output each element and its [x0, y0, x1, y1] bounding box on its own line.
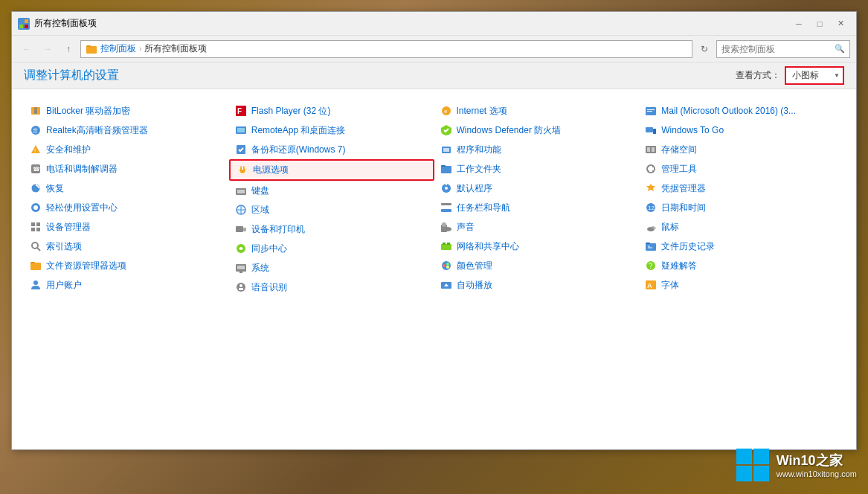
maximize-button[interactable]: □: [810, 16, 829, 31]
svg-rect-47: [239, 288, 243, 290]
list-item[interactable]: 同步中心: [229, 239, 434, 258]
item-icon: [440, 221, 452, 233]
item-label: 存储空间: [661, 144, 697, 156]
svg-point-60: [442, 222, 446, 227]
refresh-button[interactable]: ↻: [695, 40, 713, 58]
list-item[interactable]: 鼠标: [639, 217, 844, 237]
page-title: 调整计算机的设置: [24, 68, 119, 83]
item-label: 备份和还原(Windows 7): [251, 144, 346, 156]
svg-point-22: [32, 243, 38, 248]
search-input[interactable]: [721, 44, 835, 54]
up-button[interactable]: ↑: [60, 40, 77, 58]
list-item[interactable]: e Internet 选项: [434, 101, 640, 121]
svg-text:☎: ☎: [33, 166, 40, 173]
svg-point-26: [33, 280, 38, 285]
item-label: 文件历史记录: [661, 240, 715, 253]
list-item[interactable]: 轻松使用设置中心: [24, 198, 229, 217]
list-item[interactable]: ☎ 电话和调制解调器: [24, 159, 229, 179]
view-dropdown[interactable]: 小图标 ▼: [785, 66, 844, 85]
svg-rect-73: [646, 127, 653, 132]
list-item[interactable]: 12 日期和时间: [639, 198, 844, 217]
list-item[interactable]: 文件资源管理器选项: [24, 256, 229, 275]
list-item[interactable]: RemoteApp 和桌面连接: [229, 121, 434, 140]
list-item[interactable]: 系统: [229, 258, 434, 278]
list-item[interactable]: 默认程序: [434, 179, 640, 198]
list-item[interactable]: 管理工具: [639, 159, 844, 179]
search-box[interactable]: 🔍: [716, 40, 850, 58]
list-item[interactable]: 键盘: [229, 181, 434, 200]
list-item[interactable]: Windows Defender 防火墙: [434, 121, 640, 140]
window-title: 所有控制面板项: [34, 17, 789, 30]
list-item[interactable]: 凭据管理器: [639, 179, 844, 198]
list-item[interactable]: Windows To Go: [639, 121, 844, 140]
svg-rect-58: [441, 203, 451, 205]
svg-point-67: [446, 266, 449, 269]
list-item[interactable]: 程序和功能: [434, 140, 640, 159]
svg-rect-94: [736, 466, 752, 481]
list-item[interactable]: Mail (Microsoft Outlook 2016) (3...: [639, 101, 844, 121]
item-icon: e: [440, 105, 452, 117]
item-label: Windows To Go: [661, 125, 724, 135]
item-label: 默认程序: [457, 182, 492, 195]
list-item[interactable]: 工作文件夹: [434, 159, 640, 179]
list-item[interactable]: 恢复: [24, 179, 229, 198]
item-icon: A: [645, 279, 657, 291]
list-item[interactable]: F Flash Player (32 位): [229, 101, 434, 121]
items-grid: BitLocker 驱动器加密 音 Realtek高清晰音频管理器 ! 安全和维…: [24, 101, 844, 297]
list-item[interactable]: 设备和打印机: [229, 219, 434, 239]
item-icon: [645, 105, 657, 117]
watermark-url: www.win10xitong.com: [777, 469, 857, 478]
item-label: 文件资源管理器选项: [46, 260, 126, 272]
item-icon: [440, 144, 452, 155]
svg-rect-1: [25, 19, 28, 23]
list-item[interactable]: 索引选项: [24, 237, 229, 256]
watermark-title: Win10之家: [777, 452, 857, 469]
svg-text:!: !: [34, 147, 36, 154]
forward-button[interactable]: →: [39, 40, 57, 58]
list-item[interactable]: 文件历史记录: [639, 237, 844, 256]
list-item[interactable]: A 字体: [639, 275, 844, 295]
list-item[interactable]: 用户账户: [24, 275, 229, 295]
svg-rect-76: [647, 147, 650, 152]
list-item[interactable]: 备份和还原(Windows 7): [229, 140, 434, 159]
svg-rect-4: [86, 46, 97, 54]
item-label: 键盘: [251, 185, 269, 197]
list-item[interactable]: 网络和共享中心: [434, 237, 640, 256]
list-item[interactable]: 声音: [434, 217, 640, 237]
window-icon: [18, 18, 30, 30]
list-item[interactable]: 区域: [229, 200, 434, 219]
list-item[interactable]: 语音识别: [229, 278, 434, 297]
item-icon: [30, 182, 42, 194]
item-icon: [645, 221, 657, 233]
close-button[interactable]: ✕: [831, 16, 850, 31]
search-icon[interactable]: 🔍: [835, 44, 845, 54]
item-icon: [235, 281, 247, 293]
list-item[interactable]: 设备管理器: [24, 217, 229, 237]
item-label: 电话和调制解调器: [46, 163, 118, 176]
list-item[interactable]: ! 安全和维护: [24, 140, 229, 159]
list-item[interactable]: 颜色管理: [434, 256, 640, 275]
list-item[interactable]: 音 Realtek高清晰音频管理器: [24, 121, 229, 140]
list-item[interactable]: ? 疑难解答: [639, 256, 844, 275]
list-item-power[interactable]: 电源选项: [229, 159, 434, 181]
item-label: 同步中心: [251, 243, 287, 255]
address-bar[interactable]: 控制面板 › 所有控制面板项: [80, 40, 692, 58]
item-label: 自动播放: [457, 279, 492, 292]
svg-rect-51: [443, 148, 449, 152]
list-item[interactable]: 存储空间: [639, 140, 844, 159]
svg-text:F: F: [237, 107, 242, 115]
svg-point-66: [446, 263, 449, 266]
list-item[interactable]: 任务栏和导航: [434, 198, 640, 217]
minimize-button[interactable]: ─: [789, 16, 808, 31]
svg-text:A: A: [647, 282, 652, 289]
svg-rect-63: [447, 243, 450, 245]
svg-rect-35: [237, 190, 245, 193]
list-item[interactable]: BitLocker 驱动器加密: [24, 101, 229, 121]
item-label: Windows Defender 防火墙: [457, 124, 562, 137]
item-label: 程序和功能: [457, 144, 501, 156]
list-item[interactable]: 自动播放: [434, 275, 640, 295]
item-label: 语音识别: [251, 281, 287, 294]
item-label: RemoteApp 和桌面连接: [251, 124, 346, 137]
back-button[interactable]: ←: [18, 40, 36, 58]
svg-rect-77: [652, 147, 655, 152]
